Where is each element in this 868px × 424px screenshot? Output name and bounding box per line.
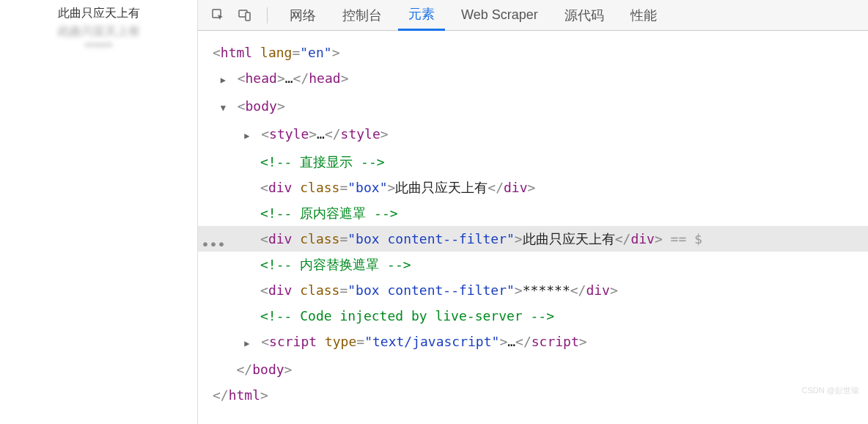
rendered-content: 此曲只应天上有 此曲只应天上有 ****** (0, 6, 197, 54)
toolbar-separator (267, 7, 268, 23)
tab-network[interactable]: 网络 (279, 0, 326, 31)
dom-node-body-open[interactable]: <body> (198, 93, 868, 121)
dom-node-div3[interactable]: <div class="box content--filter">******<… (198, 277, 868, 303)
tab-sources[interactable]: 源代码 (554, 0, 614, 31)
dom-node-div1[interactable]: <div class="box">此曲只应天上有</div> (198, 175, 868, 200)
expand-arrow-icon[interactable] (244, 123, 253, 149)
watermark-text: CSDN @彭世瑜 (802, 378, 859, 403)
device-toggle-icon[interactable] (235, 5, 255, 26)
tab-elements[interactable]: 元素 (398, 0, 445, 31)
dom-node-html[interactable]: <html lang="en"> (198, 40, 868, 65)
dom-node-script[interactable]: <script type="text/javascript">…</script… (198, 329, 868, 357)
svg-rect-2 (246, 12, 250, 21)
rendered-line-2-blurred: 此曲只应天上有 (0, 24, 197, 40)
rendered-page-pane: 此曲只应天上有 此曲只应天上有 ****** (0, 0, 198, 424)
dom-tree[interactable]: <html lang="en"> <head>…</head> <body> <… (198, 31, 868, 408)
dom-comment[interactable]: <!-- Code injected by live-server --> (198, 303, 868, 329)
dom-node-body-close[interactable]: </body> (198, 357, 868, 382)
collapse-arrow-icon[interactable] (221, 95, 229, 121)
rendered-line-1: 此曲只应天上有 (0, 6, 197, 21)
rendered-line-3-blurred: ****** (0, 41, 197, 54)
dom-comment[interactable]: <!-- 原内容遮罩 --> (198, 200, 868, 226)
dom-node-html-close[interactable]: </html> (198, 382, 868, 408)
dom-node-style[interactable]: <style>…</style> (198, 121, 868, 149)
tab-webscraper[interactable]: Web Scraper (451, 0, 548, 31)
dom-comment[interactable]: <!-- 直接显示 --> (198, 149, 868, 175)
inspect-icon[interactable] (208, 5, 229, 26)
devtools-toolbar: 网络 控制台 元素 Web Scraper 源代码 性能 (198, 0, 868, 31)
devtools-pane: 网络 控制台 元素 Web Scraper 源代码 性能 <html lang=… (198, 0, 868, 424)
tab-performance[interactable]: 性能 (620, 0, 667, 31)
dom-node-div2-selected[interactable]: ••• <div class="box content--filter">此曲只… (198, 226, 868, 252)
tab-console[interactable]: 控制台 (332, 0, 392, 31)
dom-node-head[interactable]: <head>…</head> (198, 65, 868, 93)
dom-comment[interactable]: <!-- 内容替换遮罩 --> (198, 252, 868, 277)
expand-arrow-icon[interactable] (244, 331, 253, 357)
expand-arrow-icon[interactable] (221, 67, 229, 93)
